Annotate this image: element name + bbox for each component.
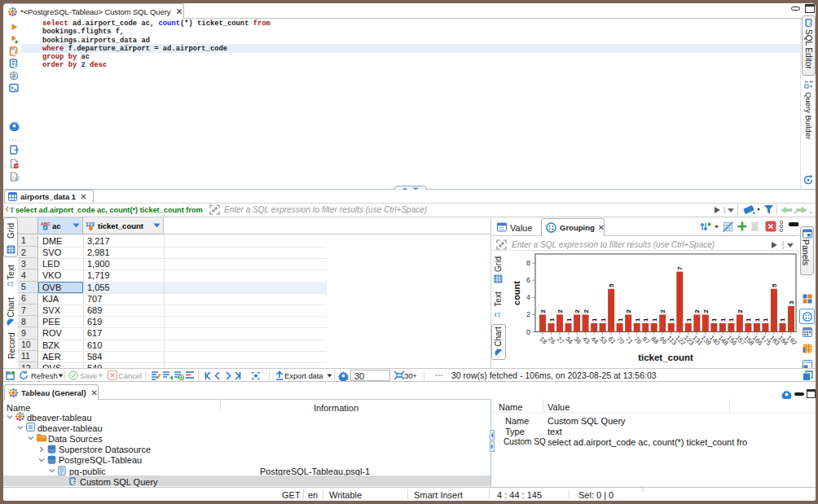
svg-text:5: 5 — [771, 283, 778, 287]
svg-text:1: 1 — [651, 318, 658, 322]
svg-text:3: 3 — [788, 300, 795, 305]
svg-text:1: 1 — [728, 318, 735, 322]
svg-text:2: 2 — [625, 309, 632, 313]
svg-text:1: 1 — [600, 318, 607, 322]
svg-text:1: 1 — [642, 318, 649, 322]
svg-text:2: 2 — [659, 309, 666, 313]
svg-text:T: T — [10, 206, 15, 214]
svg-text:0: 0 — [526, 328, 530, 336]
svg-text:1: 1 — [710, 318, 718, 322]
svg-text:1: 1 — [685, 318, 693, 322]
svg-text:2: 2 — [693, 309, 701, 313]
svg-text:1: 1 — [591, 318, 598, 322]
svg-text:ABC: ABC — [41, 221, 51, 226]
svg-text:count: count — [512, 281, 521, 305]
svg-text:(x): (x) — [11, 175, 20, 181]
svg-text:4: 4 — [526, 293, 530, 301]
svg-text:T: T — [497, 312, 501, 319]
svg-text:6: 6 — [526, 276, 530, 284]
svg-text:1: 1 — [617, 318, 624, 322]
svg-text:2: 2 — [539, 309, 547, 313]
svg-text:2: 2 — [526, 310, 530, 318]
svg-text:8: 8 — [526, 259, 530, 267]
svg-text:ticket_count: ticket_count — [638, 353, 693, 362]
svg-text:2: 2 — [574, 309, 581, 313]
svg-text:1: 1 — [634, 318, 641, 322]
svg-text:2: 2 — [556, 309, 564, 313]
svg-text:1: 1 — [762, 318, 769, 322]
svg-text:1: 1 — [745, 318, 752, 322]
svg-text:1: 1 — [668, 318, 675, 322]
svg-text:1: 1 — [565, 318, 573, 322]
svg-text:1: 1 — [719, 318, 727, 322]
svg-text:192: 192 — [785, 334, 798, 347]
svg-text:1: 1 — [754, 318, 761, 322]
svg-text:5: 5 — [608, 283, 615, 287]
svg-text:2: 2 — [702, 309, 710, 313]
svg-text:2: 2 — [583, 309, 590, 313]
svg-text:2: 2 — [737, 309, 744, 313]
svg-text:123: 123 — [86, 221, 95, 226]
svg-text:7: 7 — [676, 266, 684, 270]
svg-text:T: T — [10, 281, 14, 288]
svg-text:1: 1 — [779, 318, 786, 322]
svg-text:1: 1 — [548, 318, 556, 322]
